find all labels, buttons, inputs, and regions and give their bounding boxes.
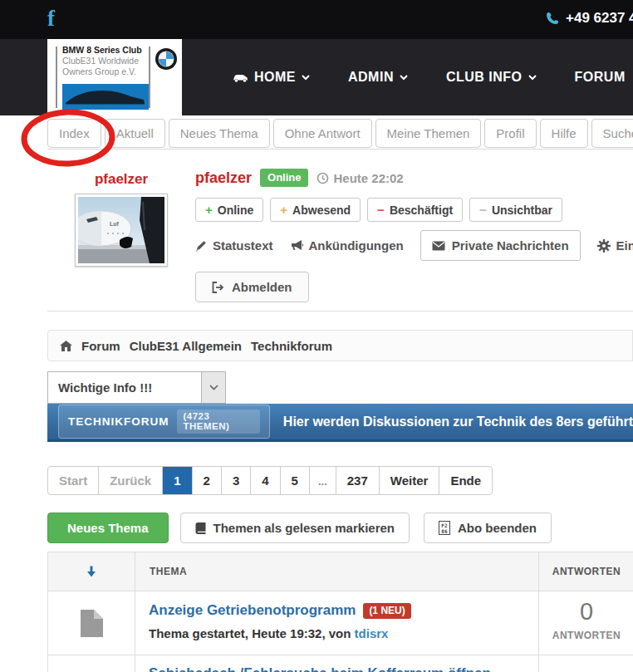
new-posts-badge: (1 NEU) — [363, 603, 410, 619]
tab-suche[interactable]: Suche — [591, 119, 633, 148]
logo-title: BMW 8 Series Club — [62, 45, 147, 56]
announcements-label: Ankündigungen — [309, 238, 404, 253]
top-bar: f +49 6237 403 — [0, 0, 633, 39]
page-ellipsis: ... — [310, 467, 336, 494]
page-1[interactable]: 1 — [163, 467, 192, 494]
avatar[interactable]: Luf — [75, 194, 168, 267]
settings-link[interactable]: Einstellungen — [597, 238, 633, 253]
logo-divider-right — [149, 47, 150, 108]
svg-text:Luf: Luf — [110, 221, 120, 227]
section-divider — [47, 311, 633, 311]
sort-column-header[interactable] — [48, 552, 135, 591]
status-online-button[interactable]: + Online — [195, 198, 263, 222]
tab-aktuell[interactable]: Aktuell — [105, 119, 165, 148]
private-messages-label: Private Nachrichten — [452, 238, 569, 253]
phone-contact: +49 6237 403 — [546, 10, 633, 27]
topic-file-icon — [48, 655, 135, 672]
nav-admin[interactable]: ADMIN — [348, 70, 408, 85]
logo-divider-left — [56, 47, 57, 108]
page-2[interactable]: 2 — [193, 467, 222, 494]
status-away-label: Abwesend — [292, 204, 351, 217]
replies-count: 0 — [539, 598, 633, 625]
tab-profil[interactable]: Profil — [484, 119, 536, 148]
thema-column-header[interactable]: THEMA — [135, 552, 539, 591]
club-logo[interactable]: BMW 8 Series Club ClubE31 Worldwide Owne… — [47, 39, 182, 115]
clock-icon — [316, 172, 329, 184]
username[interactable]: pfaelzer — [195, 169, 252, 187]
user-links-row: Statustext Ankündigungen Private Nachric… — [195, 230, 633, 261]
page-237[interactable]: 237 — [336, 467, 380, 494]
nav-club-info[interactable]: CLUB INFO — [446, 70, 537, 85]
status-away-button[interactable]: + Abwesend — [270, 198, 361, 222]
page-3[interactable]: 3 — [222, 467, 251, 494]
tab-meine-themen[interactable]: Meine Themen — [375, 119, 482, 148]
tab-hilfe[interactable]: Hilfe — [540, 119, 588, 148]
page-end[interactable]: Ende — [439, 467, 492, 494]
last-seen-time: Heute 22:02 — [333, 171, 403, 185]
breadcrumb-current: Technikforum — [251, 339, 332, 353]
table-row: Schiebedach /Fehlersuche beim Kofferraum… — [48, 655, 633, 672]
missing-glyph-icon: F2 86 — [439, 521, 450, 535]
statustext-link[interactable]: Statustext — [195, 238, 273, 253]
status-invisible-button[interactable]: − Unsichtbar — [469, 198, 562, 222]
topic-cell: Schiebedach /Fehlersuche beim Kofferraum… — [135, 655, 539, 672]
logo-text: BMW 8 Series Club ClubE31 Worldwide Owne… — [62, 45, 147, 77]
forum-banner-label[interactable]: TECHNIKFORUM (4723 THEMEN) — [58, 405, 270, 439]
announcements-link[interactable]: Ankündigungen — [290, 238, 404, 253]
private-messages-button[interactable]: Private Nachrichten — [420, 230, 581, 261]
home-icon[interactable] — [60, 341, 72, 351]
chevron-down-icon — [528, 75, 537, 81]
new-topic-button[interactable]: Neues Thema — [47, 513, 169, 543]
nav-home-label: HOME — [254, 70, 296, 85]
plus-icon: + — [280, 203, 287, 217]
mark-read-button[interactable]: Themen als gelesen markieren — [180, 513, 410, 543]
breadcrumb-forum[interactable]: Forum — [81, 339, 120, 353]
unsubscribe-button[interactable]: F2 86 Abo beenden — [424, 513, 552, 543]
logo-subtitle-1: ClubE31 Worldwide — [62, 56, 147, 66]
replies-cell — [539, 655, 633, 672]
plus-icon: + — [205, 203, 213, 217]
status-buttons-row: + Online + Abwesend − Beschäftigt − Unsi… — [195, 198, 633, 222]
page-5[interactable]: 5 — [281, 467, 310, 494]
page-4[interactable]: 4 — [251, 467, 280, 494]
breadcrumb-cat[interactable]: ClubE31 Allgemein — [130, 339, 242, 353]
important-info-select[interactable]: Wichtige Info !!! — [47, 371, 226, 404]
sidebar-username[interactable]: pfaelzer — [75, 171, 168, 188]
logout-row: Abmelden — [195, 272, 633, 302]
select-arrow-button[interactable] — [201, 372, 225, 403]
topic-cell: Anzeige Getriebenotprogramm (1 NEU) Them… — [135, 591, 539, 655]
page-next[interactable]: Weiter — [380, 467, 440, 494]
phone-number[interactable]: +49 6237 403 — [566, 10, 633, 27]
nav-home[interactable]: HOME — [233, 70, 310, 85]
sign-out-icon — [212, 282, 224, 293]
forum-banner: TECHNIKFORUM (4723 THEMEN) Hier werden D… — [47, 404, 633, 442]
statustext-label: Statustext — [213, 238, 273, 253]
logout-button[interactable]: Abmelden — [195, 272, 309, 302]
thema-header-label: THEMA — [150, 566, 187, 577]
car-icon — [233, 72, 248, 83]
tab-neues-thema[interactable]: Neues Thema — [169, 119, 270, 148]
logout-label: Abmelden — [232, 280, 292, 294]
forum-tab-bar: Index Aktuell Neues Thema Ohne Antwort M… — [47, 119, 633, 148]
status-busy-button[interactable]: − Beschäftigt — [367, 198, 463, 222]
topic-title-link[interactable]: Schiebedach /Fehlersuche beim Kofferraum… — [149, 665, 491, 672]
antworten-column-header[interactable]: ANTWORTEN — [539, 552, 633, 591]
online-status-badge: Online — [260, 169, 308, 187]
antworten-header-label: ANTWORTEN — [552, 566, 621, 577]
page-back[interactable]: Zurück — [99, 467, 163, 494]
tab-index[interactable]: Index — [47, 119, 101, 148]
topic-title-link[interactable]: Anzeige Getriebenotprogramm — [149, 602, 356, 619]
nav-admin-label: ADMIN — [348, 70, 394, 85]
minus-icon: − — [479, 203, 487, 217]
page-start[interactable]: Start — [48, 467, 99, 494]
tab-ohne-antwort[interactable]: Ohne Antwort — [273, 119, 372, 148]
facebook-icon[interactable]: f — [47, 6, 55, 32]
nav-forum[interactable]: FORUM — [575, 70, 626, 85]
last-seen: Heute 22:02 — [316, 171, 403, 185]
gear-icon — [597, 239, 611, 253]
replies-label: ANTWORTEN — [539, 630, 633, 641]
topic-file-icon — [48, 591, 135, 655]
select-value: Wichtige Info !!! — [58, 380, 152, 395]
topic-author-link[interactable]: tdisrx — [355, 626, 389, 640]
table-header-row: THEMA ANTWORTEN — [48, 552, 633, 591]
